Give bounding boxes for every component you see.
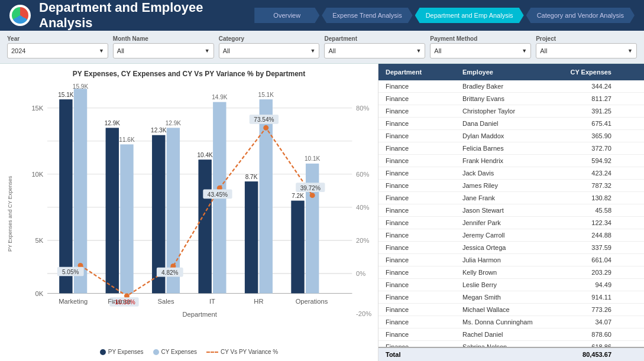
bar-it-py <box>198 160 211 293</box>
table-row[interactable]: Finance Ms. Donna Cunningham 34.07 <box>378 316 644 329</box>
svg-text:73.54%: 73.54% <box>254 116 274 123</box>
cell-dept: Finance <box>383 119 460 128</box>
app-logo <box>9 5 31 26</box>
cell-cy: 344.24 <box>555 82 614 90</box>
nav-tab-2[interactable]: Department and Emp Analysis <box>415 8 524 23</box>
filter-bar: Year 2024 ▼ Month Name All ▼ Category Al… <box>0 31 644 64</box>
table-row[interactable]: Finance Christopher Taylor 391.25 <box>378 105 644 118</box>
chevron-project-icon: ▼ <box>627 48 633 54</box>
table-row[interactable]: Finance Megan Smith 914.11 <box>378 291 644 304</box>
filter-select-category[interactable]: All ▼ <box>219 43 320 58</box>
svg-text:39.72%: 39.72% <box>300 185 321 191</box>
cell-dept: Finance <box>383 293 460 301</box>
svg-text:14.9K: 14.9K <box>212 94 228 100</box>
cell-cy: 244.88 <box>555 231 614 239</box>
table-row[interactable]: Finance James Riley 787.32 <box>378 180 644 192</box>
table-row[interactable]: Finance Bradley Baker 344.24 <box>378 80 644 93</box>
cell-cy: 365.90 <box>555 132 614 140</box>
svg-text:5K: 5K <box>35 237 44 244</box>
cell-emp: Jane Frank <box>460 194 555 202</box>
filter-month: Month Name All ▼ <box>113 35 214 58</box>
filter-select-month[interactable]: All ▼ <box>113 43 214 58</box>
table-row[interactable]: Finance Jason Stewart 45.58 <box>378 204 644 217</box>
filter-label-category: Category <box>219 35 320 42</box>
svg-text:43.45%: 43.45% <box>208 191 228 198</box>
table-row[interactable]: Finance Jane Frank 130.82 <box>378 192 644 204</box>
bar-marketing-py <box>59 99 72 293</box>
total-empty <box>460 350 555 359</box>
cell-dept: Finance <box>383 107 460 115</box>
y-axis-label: PY Expenses and CY Expenses <box>6 82 14 346</box>
filter-select-department[interactable]: All ▼ <box>324 43 425 58</box>
cell-emp: Jessica Ortega <box>460 243 555 252</box>
table-row[interactable]: Finance Felicia Barnes 372.70 <box>378 142 644 155</box>
cell-emp: Kelly Brown <box>460 268 555 277</box>
cell-emp: Jason Stewart <box>460 206 555 214</box>
chevron-month-icon: ▼ <box>205 48 210 54</box>
cell-dept: Finance <box>383 256 460 264</box>
table-row[interactable]: Finance Sabrina Nelson 618.86 <box>378 341 644 347</box>
svg-text:HR: HR <box>254 298 263 305</box>
cell-cy: 811.27 <box>555 95 614 103</box>
cell-dept: Finance <box>383 281 460 289</box>
nav-tab-1[interactable]: Expense Trend Analysis <box>322 8 412 23</box>
filter-select-payment[interactable]: All ▼ <box>430 43 531 58</box>
cell-dept: Finance <box>383 231 460 239</box>
table-row[interactable]: Finance Jessica Ortega 337.59 <box>378 242 644 254</box>
table-row[interactable]: Finance Dana Daniel 675.41 <box>378 118 644 130</box>
svg-text:5.05%: 5.05% <box>62 269 79 275</box>
cell-emp: Michael Wallace <box>460 305 555 314</box>
table-row[interactable]: Finance Rachel Daniel 878.60 <box>378 329 644 341</box>
table-row[interactable]: Finance Michael Wallace 773.26 <box>378 304 644 316</box>
svg-text:12.3K: 12.3K <box>151 127 167 134</box>
table-row[interactable]: Finance Frank Hendrix 594.92 <box>378 155 644 167</box>
table-row[interactable]: Finance Brittany Evans 811.27 <box>378 93 644 105</box>
cell-emp: Leslie Berry <box>460 281 555 289</box>
table-row[interactable]: Finance Jeremy Carroll 244.88 <box>378 229 644 242</box>
cell-dept: Finance <box>383 82 460 90</box>
cell-cy: 675.41 <box>555 119 614 128</box>
cell-dept: Finance <box>383 144 460 152</box>
cell-dept: Finance <box>383 305 460 314</box>
table-row[interactable]: Finance Julia Harmon 661.04 <box>378 254 644 266</box>
cell-dept: Finance <box>383 132 460 140</box>
table-row[interactable]: Finance Kelly Brown 203.29 <box>378 266 644 279</box>
svg-text:12.9K: 12.9K <box>166 120 182 126</box>
cell-emp: Jack Davis <box>460 169 555 177</box>
bar-marketing-cy <box>74 89 87 293</box>
filter-label-year: Year <box>7 35 108 42</box>
filter-select-project[interactable]: All ▼ <box>536 43 637 58</box>
svg-text:10.4K: 10.4K <box>197 152 213 158</box>
svg-text:40%: 40% <box>356 204 369 211</box>
table-body[interactable]: Finance Bradley Baker 344.24Finance Brit… <box>378 80 644 347</box>
table-row[interactable]: Finance Jack Davis 423.24 <box>378 167 644 180</box>
cell-emp: James Riley <box>460 181 555 190</box>
table-row[interactable]: Finance Dylan Maddox 365.90 <box>378 130 644 142</box>
svg-text:Marketing: Marketing <box>59 298 88 305</box>
col-emp: Employee <box>460 67 555 77</box>
legend-py-label: PY Expenses <box>108 349 144 355</box>
nav-tab-0[interactable]: Overview <box>254 8 319 23</box>
cell-cy: 391.25 <box>555 107 614 115</box>
cell-emp: Sabrina Nelson <box>460 343 555 347</box>
logo-graphic <box>12 7 28 24</box>
svg-text:12.9K: 12.9K <box>105 120 121 126</box>
cell-emp: Felicia Barnes <box>460 144 555 152</box>
chart-inner: 15K 10K 5K 0K 80% 60% 40% 20% 0% -20% <box>14 82 372 346</box>
filter-department: Department All ▼ <box>324 35 425 58</box>
bar-ops-py <box>291 201 304 294</box>
legend-py-dot <box>100 349 106 355</box>
table-row[interactable]: Finance Jennifer Park 122.34 <box>378 217 644 229</box>
cell-dept: Finance <box>383 318 460 326</box>
cell-dept: Finance <box>383 169 460 177</box>
chart-title: PY Expenses, CY Expenses and CY Vs PY Va… <box>6 70 372 78</box>
svg-text:80%: 80% <box>356 105 369 112</box>
filter-year: Year 2024 ▼ <box>7 35 108 58</box>
nav-tab-3[interactable]: Category and Vendor Analysis <box>526 8 635 23</box>
legend-cy: CY Expenses <box>153 349 197 355</box>
table-row[interactable]: Finance Leslie Berry 94.49 <box>378 279 644 291</box>
svg-text:8.7K: 8.7K <box>245 174 258 180</box>
cell-dept: Finance <box>383 219 460 227</box>
cell-dept: Finance <box>383 243 460 252</box>
filter-select-year[interactable]: 2024 ▼ <box>7 43 108 58</box>
